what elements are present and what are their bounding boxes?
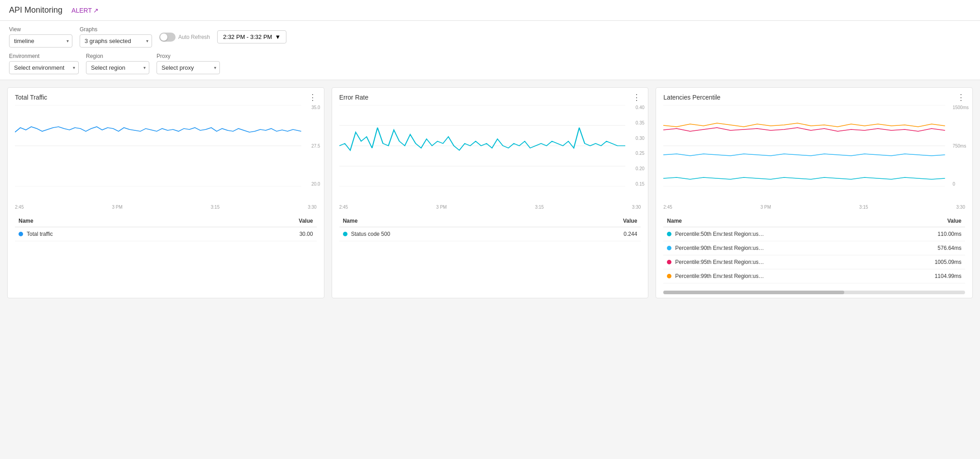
total-traffic-header: Total Traffic ⋮	[8, 88, 324, 105]
view-select-wrapper: timeline ▾	[9, 34, 72, 48]
header: API Monitoring ALERT ↗	[0, 0, 980, 21]
latency-row-name-1: Percentile:90th Env:test Region:us-centr…	[667, 245, 766, 251]
lat-col-value: Value	[947, 218, 961, 224]
app-title: API Monitoring	[9, 5, 62, 15]
charts-container: Total Traffic ⋮ 35.0 27.5 20.0 2:45 3 PM…	[0, 80, 980, 306]
time-range-chevron: ▼	[275, 33, 281, 40]
error-rate-svg	[339, 105, 626, 186]
toolbar-row-2: Environment Select environment ▾ Region …	[9, 53, 971, 74]
error-rate-dot	[343, 232, 347, 236]
latency-dot-1	[667, 246, 671, 250]
region-select-wrapper: Select region ▾	[86, 61, 149, 74]
er-y-max: 0.40	[636, 105, 644, 110]
lat-y-min: 0	[952, 182, 969, 186]
total-traffic-card: Total Traffic ⋮ 35.0 27.5 20.0 2:45 3 PM…	[7, 87, 324, 298]
er-x-0: 2:45	[339, 205, 348, 210]
lat-x-2: 3:15	[859, 205, 868, 210]
latency-name-1: Percentile:90th Env:test Region:us-centr…	[675, 245, 766, 251]
latencies-menu[interactable]: ⋮	[957, 93, 965, 101]
error-rate-row-name: Status code 500	[343, 231, 390, 237]
error-rate-value: 0.244	[623, 231, 637, 237]
x-label-0: 2:45	[15, 205, 24, 210]
latency-value-2: 1005.09ms	[935, 259, 961, 265]
lat-y-mid: 750ms	[952, 143, 969, 148]
error-rate-chart-area: 0.40 0.35 0.30 0.25 0.20 0.15	[332, 105, 648, 205]
total-traffic-dot	[19, 232, 23, 236]
total-traffic-col-value: Value	[299, 218, 313, 224]
latency-name-2: Percentile:95th Env:test Region:us-centr…	[675, 259, 766, 265]
latencies-scrollbar[interactable]	[663, 291, 965, 294]
lat-x-1: 3 PM	[761, 205, 771, 210]
total-traffic-table: Name Value Total traffic 30.00	[8, 211, 324, 249]
latency-row-name-2: Percentile:95th Env:test Region:us-centr…	[667, 259, 766, 265]
region-label: Region	[86, 53, 149, 59]
latency-dot-0	[667, 232, 671, 236]
proxy-select[interactable]: Select proxy	[157, 61, 220, 74]
auto-refresh-label: Auto Refresh	[178, 34, 210, 40]
error-rate-title: Error Rate	[339, 94, 369, 101]
toolbar-row-1: View timeline ▾ Graphs 3 graphs selected…	[9, 26, 971, 48]
y-label-min: 20.0	[311, 182, 320, 186]
x-label-3: 3:30	[308, 205, 316, 210]
total-traffic-menu[interactable]: ⋮	[309, 93, 317, 101]
latencies-svg	[663, 105, 945, 186]
error-rate-y-labels: 0.40 0.35 0.30 0.25 0.20 0.15	[636, 105, 644, 186]
latency-name-3: Percentile:99th Env:test Region:us-centr…	[675, 273, 766, 279]
error-rate-menu[interactable]: ⋮	[633, 93, 641, 101]
alert-link[interactable]: ALERT ↗	[71, 7, 99, 14]
time-range-button[interactable]: 2:32 PM - 3:32 PM ▼	[217, 30, 286, 43]
toggle-knob	[160, 33, 167, 41]
region-select[interactable]: Select region	[86, 61, 149, 74]
latency-row-name-3: Percentile:99th Env:test Region:us-centr…	[667, 273, 766, 279]
latencies-title: Latencies Percentile	[663, 94, 720, 101]
view-group: View timeline ▾	[9, 26, 72, 48]
latency-row-name-0: Percentile:50th Env:test Region:us-centr…	[667, 231, 766, 237]
alert-label: ALERT	[71, 7, 92, 14]
er-y-mid4: 0.20	[636, 166, 644, 171]
y-label-max: 35.0	[311, 105, 320, 110]
auto-refresh-toggle[interactable]	[159, 33, 176, 42]
latency-value-3: 1104.99ms	[935, 273, 961, 279]
graphs-select-wrapper: 3 graphs selected ▾	[80, 34, 152, 48]
x-label-2: 3:15	[211, 205, 219, 210]
total-traffic-svg	[15, 105, 301, 186]
er-y-mid2: 0.30	[636, 136, 644, 141]
latency-dot-3	[667, 274, 671, 278]
total-traffic-chart-area: 35.0 27.5 20.0	[8, 105, 324, 205]
er-col-name: Name	[343, 218, 358, 224]
lat-x-0: 2:45	[663, 205, 672, 210]
total-traffic-name: Total traffic	[27, 231, 53, 237]
er-x-3: 3:30	[632, 205, 641, 210]
total-traffic-title: Total Traffic	[15, 94, 47, 101]
er-y-min: 0.15	[636, 182, 644, 186]
total-traffic-x-labels: 2:45 3 PM 3:15 3:30	[8, 205, 324, 210]
latencies-header: Latencies Percentile ⋮	[656, 88, 972, 105]
graphs-select[interactable]: 3 graphs selected	[80, 34, 152, 48]
scrollbar-thumb	[663, 291, 844, 294]
view-select[interactable]: timeline	[9, 34, 72, 48]
error-rate-card: Error Rate ⋮ 0.40 0.35 0.30 0.25 0.20 0.…	[332, 87, 649, 298]
table-row: Percentile:90th Env:test Region:us-centr…	[663, 241, 965, 255]
environment-group: Environment Select environment ▾	[9, 53, 79, 74]
latencies-card: Latencies Percentile ⋮ 1500ms 750ms 0	[656, 87, 973, 298]
error-rate-x-labels: 2:45 3 PM 3:15 3:30	[332, 205, 648, 210]
latency-value-1: 576.64ms	[937, 245, 961, 251]
error-rate-name: Status code 500	[351, 231, 390, 237]
latencies-table: Name Value Percentile:50th Env:test Regi…	[656, 211, 972, 291]
environment-label: Environment	[9, 53, 79, 59]
latency-dot-2	[667, 260, 671, 264]
proxy-select-wrapper: Select proxy ▾	[157, 61, 220, 74]
er-y-mid1: 0.35	[636, 120, 644, 125]
latency-rows: Percentile:50th Env:test Region:us-centr…	[663, 227, 965, 283]
error-rate-header: Error Rate ⋮	[332, 88, 648, 105]
latencies-y-labels: 1500ms 750ms 0	[952, 105, 969, 186]
table-row: Percentile:50th Env:test Region:us-centr…	[663, 227, 965, 241]
table-row: Status code 500 0.244	[339, 227, 641, 241]
environment-select[interactable]: Select environment	[9, 61, 79, 74]
error-rate-table-header: Name Value	[339, 215, 641, 227]
latency-name-0: Percentile:50th Env:test Region:us-centr…	[675, 231, 766, 237]
latencies-table-header: Name Value	[663, 215, 965, 227]
er-x-1: 3 PM	[436, 205, 447, 210]
er-col-value: Value	[623, 218, 637, 224]
er-x-2: 3:15	[535, 205, 543, 210]
